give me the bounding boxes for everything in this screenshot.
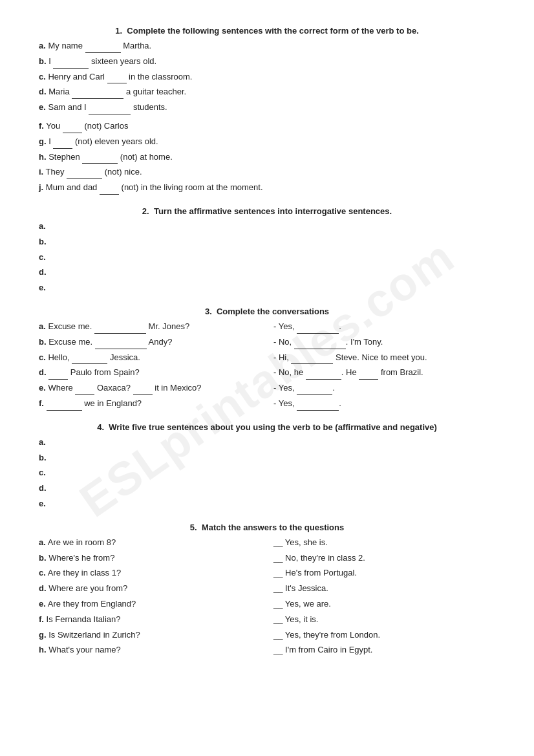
s3-letter-d: d.: [39, 367, 47, 377]
s1-blank-b: [53, 59, 89, 69]
section-1-heading: Complete the following sentences with th…: [127, 26, 418, 36]
s5-questions-col: a. Are we in room 8? b. Where's he from?…: [39, 536, 261, 659]
s3-letter-e: e.: [39, 383, 46, 393]
s1-item-c: c. Henry and Carl in the classroom.: [39, 70, 495, 84]
s5-q-h: h. What's your name?: [39, 643, 261, 657]
s1-letter-c: c.: [39, 72, 46, 81]
s2-item-e: e.: [39, 281, 495, 295]
s2-item-c: c.: [39, 251, 495, 265]
s1-letter-f: f.: [39, 121, 44, 131]
s5-q-letter-h: h.: [39, 645, 47, 654]
section-4-heading: Write five true sentences about you usin…: [109, 422, 437, 432]
s5-q-letter-b: b.: [39, 553, 47, 563]
section-1-number: 1.: [115, 26, 122, 36]
s3-blank-d1: [48, 371, 68, 380]
s4-item-b: b.: [39, 451, 495, 465]
s4-letter-b: b.: [39, 453, 47, 462]
s5-ans-6: __ Yes, it is.: [273, 613, 495, 627]
s5-q-letter-a: a.: [39, 537, 46, 547]
s3-blank-e1: [75, 386, 94, 395]
s1-blank-d: [72, 90, 123, 99]
section-3-heading: Complete the conversations: [217, 307, 329, 316]
section-2-number: 2.: [142, 206, 149, 216]
s3-item-f: f. we in England? - Yes, .: [39, 397, 495, 411]
s4-item-a: a.: [39, 436, 495, 449]
s3-blank-b1: [95, 340, 147, 349]
s5-ans-4: __ It's Jessica.: [273, 582, 495, 596]
section-3: 3. Complete the conversations a. Excuse …: [39, 307, 495, 411]
s3-letter-b: b.: [39, 337, 47, 347]
s2-letter-e: e.: [39, 283, 46, 292]
section-4-number: 4.: [97, 422, 104, 432]
s3-item-d-left: d. Paulo from Spain?: [39, 366, 261, 380]
main-content: 1. Complete the following sentences with…: [39, 26, 495, 659]
s3-blank-e3: [297, 386, 332, 395]
s5-q-letter-g: g.: [39, 630, 47, 640]
section-3-title: 3. Complete the conversations: [39, 307, 495, 316]
s3-item-b-right: - No, . I'm Tony.: [261, 336, 495, 349]
s1-blank-g: [53, 140, 72, 149]
s5-ans-7: __ Yes, they're from London.: [273, 629, 495, 642]
s4-letter-e: e.: [39, 499, 46, 508]
s5-ans-2: __ No, they're in class 2.: [273, 552, 495, 565]
s5-q-g: g. Is Switzerland in Zurich?: [39, 629, 261, 642]
s5-q-letter-d: d.: [39, 583, 47, 593]
s1-letter-g: g.: [39, 136, 47, 146]
section-5: 5. Match the answers to the questions a.…: [39, 523, 495, 659]
s1-item-i: i. They (not) nice.: [39, 166, 495, 179]
section-4-title: 4. Write five true sentences about you u…: [39, 422, 495, 432]
s5-ans-3: __ He's from Portugal.: [273, 567, 495, 580]
s2-letter-b: b.: [39, 237, 47, 246]
s1-item-h: h. Stephen (not) at home.: [39, 151, 495, 164]
s5-q-letter-e: e.: [39, 599, 46, 609]
s1-letter-e: e.: [39, 102, 46, 112]
section-5-number: 5.: [190, 523, 197, 532]
s5-ans-1: __ Yes, she is.: [273, 536, 495, 550]
s3-item-c: c. Hello, Jessica. - Hi, Steve. Nice to …: [39, 351, 495, 365]
s3-item-b-left: b. Excuse me. Andy?: [39, 336, 261, 349]
s3-blank-c2: [291, 355, 333, 364]
s5-answers-col: __ Yes, she is. __ No, they're in class …: [261, 536, 495, 659]
section-2: 2. Turn the affirmative sentences into i…: [39, 206, 495, 295]
s4-letter-a: a.: [39, 437, 46, 447]
s2-letter-c: c.: [39, 252, 46, 262]
s3-letter-a: a.: [39, 321, 46, 331]
s1-item-f: f. You (not) Carlos: [39, 120, 495, 133]
s3-item-c-right: - Hi, Steve. Nice to meet you.: [261, 351, 495, 365]
s1-item-a: a. My name Martha.: [39, 39, 495, 53]
s5-q-a: a. Are we in room 8?: [39, 536, 261, 550]
s1-letter-h: h.: [39, 152, 47, 162]
s5-two-col: a. Are we in room 8? b. Where's he from?…: [39, 536, 495, 659]
s5-q-b: b. Where's he from?: [39, 552, 261, 565]
s5-q-e: e. Are they from England?: [39, 598, 261, 611]
section-4: 4. Write five true sentences about you u…: [39, 422, 495, 511]
s1-letter-b: b.: [39, 56, 47, 66]
s1-blank-h: [82, 155, 118, 164]
s3-blank-d3: [359, 371, 378, 380]
s5-q-letter-c: c.: [39, 568, 46, 578]
s1-letter-a: a.: [39, 41, 46, 50]
s2-letter-a: a.: [39, 221, 46, 231]
s1-item-b: b. I sixteen years old.: [39, 55, 495, 69]
s3-item-a-right: - Yes, .: [261, 320, 495, 334]
s4-letter-d: d.: [39, 483, 47, 493]
s1-item-g: g. I (not) eleven years old.: [39, 135, 495, 149]
s4-item-c: c.: [39, 466, 495, 480]
s3-blank-e2: [133, 386, 153, 395]
s1-blank-f: [63, 124, 82, 133]
s5-ans-8: __ I'm from Cairo in Egypt.: [273, 643, 495, 657]
s5-q-c: c. Are they in class 1?: [39, 567, 261, 580]
s2-letter-d: d.: [39, 267, 47, 277]
s3-item-d: d. Paulo from Spain? - No, he . He from …: [39, 366, 495, 380]
s3-blank-f1: [47, 402, 82, 411]
s3-blank-b2: [294, 340, 346, 349]
s3-item-d-right: - No, he . He from Brazil.: [261, 366, 495, 380]
s5-q-d: d. Where are you from?: [39, 582, 261, 596]
s3-item-a-left: a. Excuse me. Mr. Jones?: [39, 320, 261, 334]
s3-blank-c1: [72, 355, 107, 364]
s3-blank-d2: [306, 371, 341, 380]
s5-q-letter-f: f.: [39, 614, 44, 624]
s3-blank-a1: [94, 325, 146, 334]
s3-item-e-left: e. Where Oaxaca? it in Mexico?: [39, 382, 261, 395]
section-2-title: 2. Turn the affirmative sentences into i…: [39, 206, 495, 216]
